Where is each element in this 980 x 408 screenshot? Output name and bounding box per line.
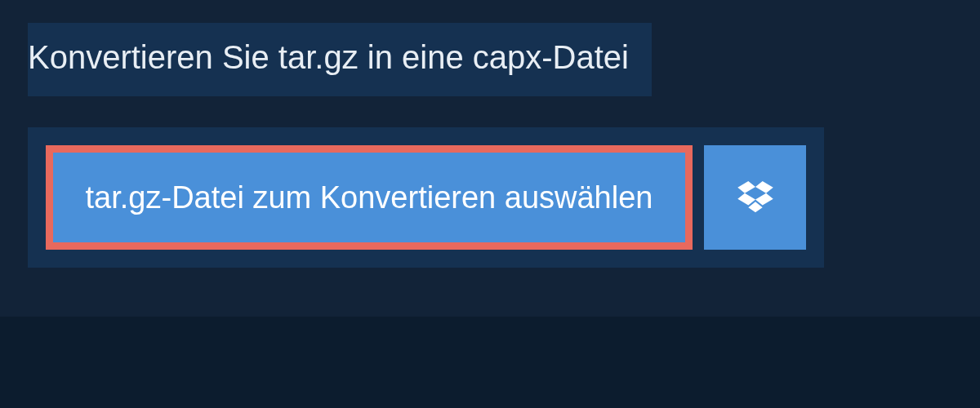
bottom-bar <box>0 317 980 408</box>
select-file-button[interactable]: tar.gz-Datei zum Konvertieren auswählen <box>46 145 693 250</box>
dropbox-icon <box>737 181 773 214</box>
select-file-label: tar.gz-Datei zum Konvertieren auswählen <box>86 180 653 215</box>
page-title: Konvertieren Sie tar.gz in eine capx-Dat… <box>28 38 629 77</box>
dropbox-button[interactable] <box>704 145 806 250</box>
title-wrap: Konvertieren Sie tar.gz in eine capx-Dat… <box>28 23 652 96</box>
upload-panel: tar.gz-Datei zum Konvertieren auswählen <box>28 127 824 268</box>
content-container: Konvertieren Sie tar.gz in eine capx-Dat… <box>0 0 980 290</box>
